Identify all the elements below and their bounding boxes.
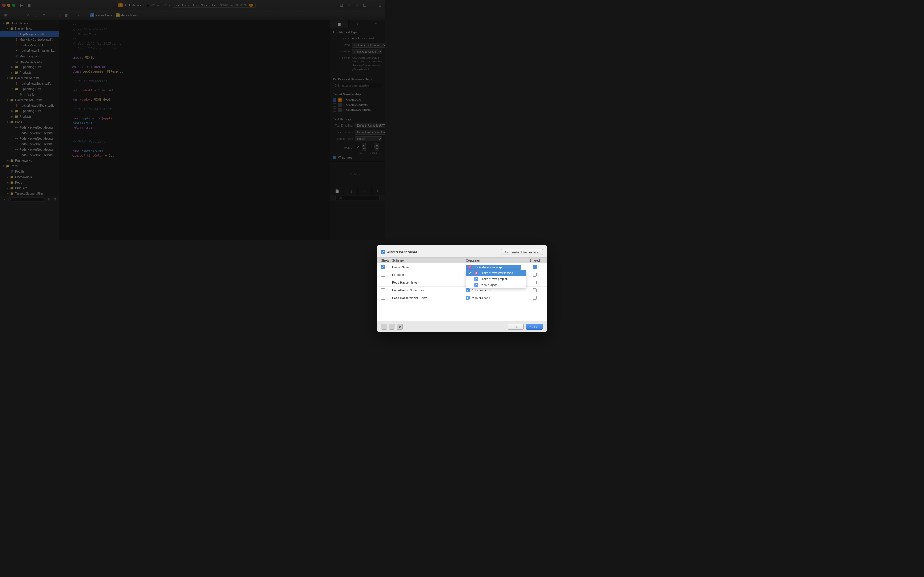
modal-overlay: ✓ Autocreate schemes Autocreate Schemes … [0,0,385,240]
